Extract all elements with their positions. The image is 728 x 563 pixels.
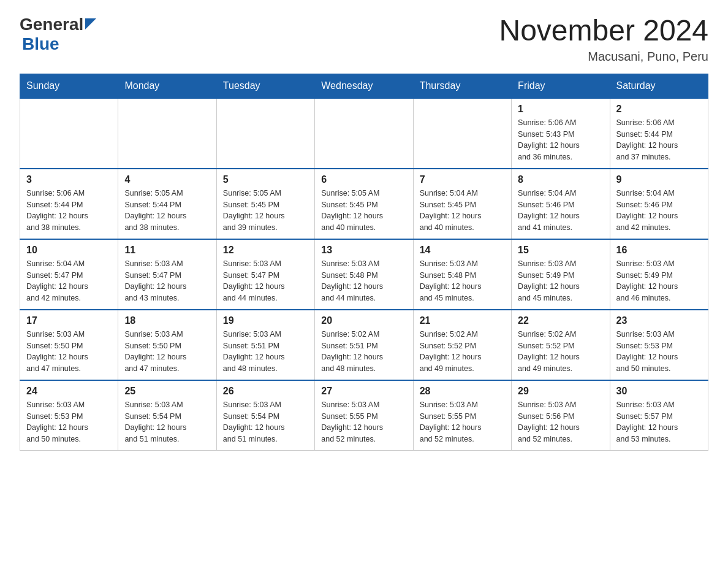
day-number: 27: [321, 386, 406, 397]
week-row-2: 3Sunrise: 5:06 AM Sunset: 5:44 PM Daylig…: [20, 169, 708, 239]
day-number: 13: [321, 245, 406, 256]
weekday-header-wednesday: Wednesday: [315, 74, 413, 98]
calendar-cell: 7Sunrise: 5:04 AM Sunset: 5:45 PM Daylig…: [413, 169, 511, 239]
day-number: 1: [518, 104, 603, 115]
week-row-5: 24Sunrise: 5:03 AM Sunset: 5:53 PM Dayli…: [20, 380, 708, 451]
day-number: 15: [518, 245, 603, 256]
day-number: 12: [223, 245, 308, 256]
day-number: 29: [518, 386, 603, 397]
day-info: Sunrise: 5:04 AM Sunset: 5:47 PM Dayligh…: [26, 258, 112, 304]
day-info: Sunrise: 5:04 AM Sunset: 5:45 PM Dayligh…: [420, 188, 505, 234]
week-row-3: 10Sunrise: 5:04 AM Sunset: 5:47 PM Dayli…: [20, 239, 708, 310]
day-info: Sunrise: 5:05 AM Sunset: 5:45 PM Dayligh…: [223, 188, 308, 234]
day-info: Sunrise: 5:06 AM Sunset: 5:44 PM Dayligh…: [26, 188, 112, 234]
day-number: 8: [518, 174, 603, 185]
day-number: 18: [124, 315, 210, 326]
day-info: Sunrise: 5:03 AM Sunset: 5:56 PM Dayligh…: [518, 399, 603, 445]
calendar-cell: 5Sunrise: 5:05 AM Sunset: 5:45 PM Daylig…: [216, 169, 314, 239]
week-row-4: 17Sunrise: 5:03 AM Sunset: 5:50 PM Dayli…: [20, 310, 708, 380]
calendar-cell: 15Sunrise: 5:03 AM Sunset: 5:49 PM Dayli…: [512, 239, 610, 310]
day-info: Sunrise: 5:03 AM Sunset: 5:51 PM Dayligh…: [223, 329, 308, 375]
day-info: Sunrise: 5:06 AM Sunset: 5:44 PM Dayligh…: [616, 117, 702, 163]
day-info: Sunrise: 5:05 AM Sunset: 5:44 PM Dayligh…: [124, 188, 210, 234]
calendar-cell: [216, 98, 314, 169]
calendar-cell: 6Sunrise: 5:05 AM Sunset: 5:45 PM Daylig…: [315, 169, 413, 239]
day-info: Sunrise: 5:03 AM Sunset: 5:49 PM Dayligh…: [616, 258, 702, 304]
logo-blue-text: Blue: [22, 34, 59, 53]
title-area: November 2024 Macusani, Puno, Peru: [499, 15, 708, 64]
day-number: 21: [420, 315, 505, 326]
day-info: Sunrise: 5:03 AM Sunset: 5:55 PM Dayligh…: [321, 399, 406, 445]
calendar-cell: [20, 98, 118, 169]
calendar-cell: [315, 98, 413, 169]
calendar-cell: 20Sunrise: 5:02 AM Sunset: 5:51 PM Dayli…: [315, 310, 413, 380]
calendar-cell: 10Sunrise: 5:04 AM Sunset: 5:47 PM Dayli…: [20, 239, 118, 310]
day-number: 16: [616, 245, 702, 256]
weekday-header-friday: Friday: [512, 74, 610, 98]
logo: General Blue: [20, 15, 96, 54]
day-number: 28: [420, 386, 505, 397]
calendar-cell: 21Sunrise: 5:02 AM Sunset: 5:52 PM Dayli…: [413, 310, 511, 380]
day-number: 3: [26, 174, 112, 185]
day-number: 11: [124, 245, 210, 256]
calendar-table: SundayMondayTuesdayWednesdayThursdayFrid…: [20, 74, 708, 451]
calendar-cell: 2Sunrise: 5:06 AM Sunset: 5:44 PM Daylig…: [610, 98, 708, 169]
day-number: 7: [420, 174, 505, 185]
calendar-cell: 29Sunrise: 5:03 AM Sunset: 5:56 PM Dayli…: [512, 380, 610, 451]
weekday-header-monday: Monday: [118, 74, 216, 98]
weekday-header-saturday: Saturday: [610, 74, 708, 98]
day-info: Sunrise: 5:03 AM Sunset: 5:50 PM Dayligh…: [124, 329, 210, 375]
calendar-cell: 24Sunrise: 5:03 AM Sunset: 5:53 PM Dayli…: [20, 380, 118, 451]
day-number: 26: [223, 386, 308, 397]
calendar-cell: 16Sunrise: 5:03 AM Sunset: 5:49 PM Dayli…: [610, 239, 708, 310]
day-info: Sunrise: 5:03 AM Sunset: 5:55 PM Dayligh…: [420, 399, 505, 445]
logo-general-text: General: [20, 15, 83, 34]
calendar-cell: 26Sunrise: 5:03 AM Sunset: 5:54 PM Dayli…: [216, 380, 314, 451]
calendar-cell: 19Sunrise: 5:03 AM Sunset: 5:51 PM Dayli…: [216, 310, 314, 380]
week-row-1: 1Sunrise: 5:06 AM Sunset: 5:43 PM Daylig…: [20, 98, 708, 169]
calendar-cell: 17Sunrise: 5:03 AM Sunset: 5:50 PM Dayli…: [20, 310, 118, 380]
day-info: Sunrise: 5:06 AM Sunset: 5:43 PM Dayligh…: [518, 117, 603, 163]
day-number: 2: [616, 104, 702, 115]
day-number: 20: [321, 315, 406, 326]
day-number: 24: [26, 386, 112, 397]
day-number: 9: [616, 174, 702, 185]
calendar-cell: 9Sunrise: 5:04 AM Sunset: 5:46 PM Daylig…: [610, 169, 708, 239]
day-info: Sunrise: 5:05 AM Sunset: 5:45 PM Dayligh…: [321, 188, 406, 234]
weekday-header-tuesday: Tuesday: [216, 74, 314, 98]
calendar-cell: 22Sunrise: 5:02 AM Sunset: 5:52 PM Dayli…: [512, 310, 610, 380]
day-info: Sunrise: 5:03 AM Sunset: 5:53 PM Dayligh…: [616, 329, 702, 375]
month-title: November 2024: [499, 15, 708, 47]
day-info: Sunrise: 5:04 AM Sunset: 5:46 PM Dayligh…: [616, 188, 702, 234]
day-info: Sunrise: 5:03 AM Sunset: 5:54 PM Dayligh…: [223, 399, 308, 445]
day-info: Sunrise: 5:04 AM Sunset: 5:46 PM Dayligh…: [518, 188, 603, 234]
calendar-cell: 8Sunrise: 5:04 AM Sunset: 5:46 PM Daylig…: [512, 169, 610, 239]
day-number: 22: [518, 315, 603, 326]
svg-marker-0: [85, 18, 96, 29]
calendar-cell: 30Sunrise: 5:03 AM Sunset: 5:57 PM Dayli…: [610, 380, 708, 451]
location: Macusani, Puno, Peru: [499, 50, 708, 64]
calendar-cell: [118, 98, 216, 169]
day-info: Sunrise: 5:03 AM Sunset: 5:53 PM Dayligh…: [26, 399, 112, 445]
calendar-cell: 23Sunrise: 5:03 AM Sunset: 5:53 PM Dayli…: [610, 310, 708, 380]
day-number: 30: [616, 386, 702, 397]
day-number: 23: [616, 315, 702, 326]
calendar-cell: 25Sunrise: 5:03 AM Sunset: 5:54 PM Dayli…: [118, 380, 216, 451]
calendar-cell: [413, 98, 511, 169]
day-number: 17: [26, 315, 112, 326]
page-header: General Blue November 2024 Macusani, Pun…: [20, 15, 708, 64]
day-info: Sunrise: 5:03 AM Sunset: 5:57 PM Dayligh…: [616, 399, 702, 445]
day-number: 5: [223, 174, 308, 185]
day-info: Sunrise: 5:03 AM Sunset: 5:47 PM Dayligh…: [223, 258, 308, 304]
day-number: 10: [26, 245, 112, 256]
day-number: 4: [124, 174, 210, 185]
calendar-cell: 11Sunrise: 5:03 AM Sunset: 5:47 PM Dayli…: [118, 239, 216, 310]
calendar-cell: 3Sunrise: 5:06 AM Sunset: 5:44 PM Daylig…: [20, 169, 118, 239]
day-number: 25: [124, 386, 210, 397]
calendar-cell: 13Sunrise: 5:03 AM Sunset: 5:48 PM Dayli…: [315, 239, 413, 310]
day-number: 14: [420, 245, 505, 256]
day-info: Sunrise: 5:02 AM Sunset: 5:52 PM Dayligh…: [420, 329, 505, 375]
logo-triangle-icon: [85, 18, 96, 32]
weekday-header-row: SundayMondayTuesdayWednesdayThursdayFrid…: [20, 74, 708, 98]
day-number: 19: [223, 315, 308, 326]
